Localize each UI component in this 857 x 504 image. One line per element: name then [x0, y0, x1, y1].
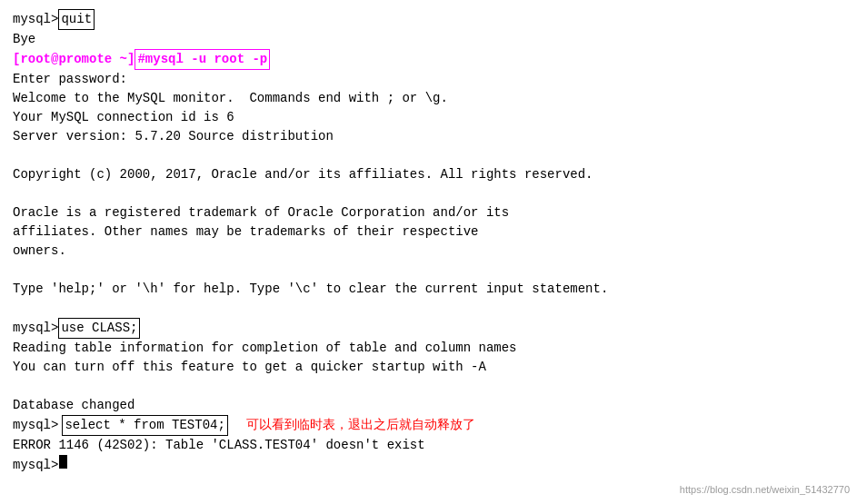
line-select: mysql> select * from TEST04; 可以看到临时表，退出之…: [13, 415, 844, 436]
line-connection: Your MySQL connection id is 6: [13, 108, 844, 127]
line-1: mysql> quit: [13, 9, 844, 30]
blank-2: [13, 184, 844, 203]
text-copyright: Copyright (c) 2000, 2017, Oracle and/or …: [13, 165, 593, 184]
cmd-quit: quit: [58, 9, 95, 30]
text-enter-password: Enter password:: [13, 70, 127, 89]
text-bye: Bye: [13, 30, 35, 49]
text-oracle-3: owners.: [13, 242, 66, 261]
blank-4: [13, 299, 844, 318]
mysql-prompt-2: mysql>: [13, 319, 58, 338]
line-oracle-3: owners.: [13, 242, 844, 261]
line-reading-table: Reading table information for completion…: [13, 339, 844, 358]
line-oracle-2: affiliates. Other names may be trademark…: [13, 222, 844, 242]
line-db-changed: Database changed: [13, 396, 844, 415]
line-use-class: mysql> use CLASS;: [13, 318, 844, 339]
line-error: ERROR 1146 (42S02): Table 'CLASS.TEST04'…: [13, 436, 844, 455]
line-server-version: Server version: 5.7.20 Source distributi…: [13, 127, 844, 146]
line-turn-off: You can turn off this feature to get a q…: [13, 358, 844, 377]
text-turn-off: You can turn off this feature to get a q…: [13, 358, 486, 377]
line-welcome: Welcome to the MySQL monitor. Commands e…: [13, 89, 844, 108]
cursor: [59, 455, 67, 469]
blank-3: [13, 261, 844, 280]
text-server-version: Server version: 5.7.20 Source distributi…: [13, 127, 334, 146]
text-oracle-1: Oracle is a registered trademark of Orac…: [13, 203, 509, 222]
text-db-changed: Database changed: [13, 396, 135, 415]
blank-1: [13, 146, 844, 165]
text-connection: Your MySQL connection id is 6: [13, 108, 234, 127]
terminal: mysql> quit Bye [root@promote ~]#mysql -…: [0, 0, 857, 504]
watermark: https://blog.csdn.net/weixin_51432770: [680, 482, 850, 498]
mysql-prompt-3: mysql>: [13, 416, 58, 435]
text-help: Type 'help;' or '\h' for help. Type '\c'…: [13, 280, 608, 299]
cmd-mysql-login: #mysql -u root -p: [135, 49, 270, 70]
text-welcome: Welcome to the MySQL monitor. Commands e…: [13, 89, 448, 108]
text-error: ERROR 1146 (42S02): Table 'CLASS.TEST04'…: [13, 436, 425, 455]
line-copyright: Copyright (c) 2000, 2017, Oracle and/or …: [13, 165, 844, 184]
line-bye: Bye: [13, 30, 844, 49]
line-enter-password: Enter password:: [13, 70, 844, 89]
text-oracle-2: affiliates. Other names may be trademark…: [13, 222, 478, 242]
line-cursor: mysql>: [13, 455, 844, 475]
cmd-use-class: use CLASS;: [58, 318, 140, 339]
blank-5: [13, 377, 844, 396]
annotation-temp-table: 可以看到临时表，退出之后就自动释放了: [246, 416, 475, 435]
text-reading-table: Reading table information for completion…: [13, 339, 517, 358]
cmd-select-test04: select * from TEST04;: [62, 415, 227, 436]
line-root-cmd: [root@promote ~]#mysql -u root -p: [13, 49, 844, 70]
line-help: Type 'help;' or '\h' for help. Type '\c'…: [13, 280, 844, 299]
mysql-prompt-4: mysql>: [13, 456, 58, 475]
line-oracle-1: Oracle is a registered trademark of Orac…: [13, 203, 844, 222]
mysql-prompt: mysql>: [13, 10, 58, 29]
root-prompt: [root@promote ~]: [13, 50, 135, 69]
